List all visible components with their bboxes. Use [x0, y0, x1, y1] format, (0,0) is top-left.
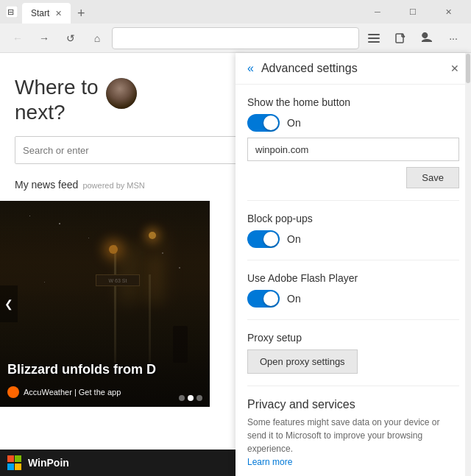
- browser-chrome: ⊟ Start ✕ + ─ ☐ ✕ ← → ↺ ⌂: [0, 0, 471, 53]
- news-source-icon: [7, 386, 19, 398]
- news-powered-by: powered by MSN: [82, 181, 144, 190]
- news-source: AccuWeather | Get the app: [7, 386, 121, 398]
- panel-scrollbar-thumb: [466, 54, 470, 83]
- toolbar: ← → ↺ ⌂ ···: [0, 24, 471, 53]
- block-popups-toggle-row: On: [247, 230, 459, 248]
- home-button-url-input[interactable]: [247, 138, 459, 161]
- close-button[interactable]: ✕: [431, 0, 465, 24]
- svg-rect-4: [368, 41, 380, 43]
- news-caption: Blizzard unfolds from D: [7, 362, 202, 377]
- flash-toggle[interactable]: [247, 290, 280, 308]
- block-popups-on-label: On: [287, 233, 301, 245]
- privacy-section: Privacy and services Some features might…: [247, 398, 459, 469]
- home-button-toggle[interactable]: [247, 114, 280, 132]
- where-to-line1: Where to: [15, 75, 99, 100]
- block-popups-toggle[interactable]: [247, 230, 280, 248]
- settings-close-button[interactable]: ✕: [450, 63, 459, 74]
- news-header: My news feed: [15, 179, 78, 191]
- window-controls: ─ ☐ ✕: [361, 0, 465, 24]
- flash-toggle-row: On: [247, 290, 459, 308]
- settings-body: Show the home button On Save Block pop-u…: [236, 85, 471, 476]
- dot-1[interactable]: [179, 395, 185, 401]
- news-source-text: AccuWeather | Get the app: [24, 388, 121, 397]
- winpoin-text: WinPoin: [28, 457, 69, 469]
- hub-button[interactable]: [362, 26, 386, 50]
- where-to-line2: next?: [15, 100, 99, 125]
- news-image: W 63 St Blizzard unfolds from D AccuWeat…: [0, 201, 210, 407]
- restore-button[interactable]: ☐: [396, 0, 430, 24]
- back-button[interactable]: ←: [6, 26, 29, 50]
- home-button-setting: Show the home button On Save: [247, 96, 459, 188]
- home-button-label: Show the home button: [247, 96, 459, 108]
- block-popups-toggle-knob: [263, 232, 278, 246]
- avatar-image: [106, 78, 137, 109]
- settings-back-button[interactable]: «: [247, 62, 254, 75]
- block-popups-label: Block pop-ups: [247, 213, 459, 224]
- home-button[interactable]: ⌂: [85, 26, 109, 50]
- avatar[interactable]: [106, 78, 137, 109]
- save-button[interactable]: Save: [406, 167, 459, 188]
- tab-close-button[interactable]: ✕: [55, 9, 62, 18]
- settings-panel: « Advanced settings ✕ Show the home butt…: [236, 53, 471, 476]
- divider-3: [247, 319, 459, 320]
- proxy-label: Proxy setup: [247, 332, 459, 344]
- prev-button[interactable]: ❮: [0, 285, 18, 322]
- refresh-button[interactable]: ↺: [59, 26, 82, 50]
- title-bar: ⊟ Start ✕ + ─ ☐ ✕: [0, 0, 471, 24]
- svg-text:⊟: ⊟: [7, 7, 14, 16]
- open-proxy-button[interactable]: Open proxy settings: [247, 349, 358, 374]
- divider-1: [247, 200, 459, 201]
- browser-icon: ⊟: [6, 6, 18, 18]
- settings-title: Advanced settings: [261, 62, 443, 75]
- new-tab-button[interactable]: +: [71, 3, 91, 24]
- address-bar[interactable]: [112, 27, 359, 49]
- flash-toggle-knob: [263, 291, 278, 306]
- winpoin-logo: [7, 455, 22, 470]
- dot-2[interactable]: [188, 395, 194, 401]
- panel-scrollbar[interactable]: [465, 53, 471, 476]
- proxy-setting: Proxy setup Open proxy settings: [247, 332, 459, 374]
- learn-more-link[interactable]: Learn more: [247, 457, 292, 467]
- flash-label: Use Adobe Flash Player: [247, 272, 459, 284]
- home-button-toggle-row: On: [247, 114, 459, 132]
- block-popups-setting: Block pop-ups On: [247, 213, 459, 248]
- main-area: Where to next? → My news feed powered by…: [0, 53, 471, 476]
- divider-2: [247, 260, 459, 260]
- nav-dots: [179, 395, 202, 401]
- privacy-title: Privacy and services: [247, 398, 459, 411]
- forward-button[interactable]: →: [32, 26, 56, 50]
- minimize-button[interactable]: ─: [361, 0, 394, 24]
- dot-3[interactable]: [196, 395, 202, 401]
- divider-4: [247, 386, 459, 386]
- flash-setting: Use Adobe Flash Player On: [247, 272, 459, 308]
- svg-rect-3: [368, 38, 380, 39]
- browser-tab[interactable]: Start ✕: [22, 3, 71, 24]
- flash-on-label: On: [287, 293, 301, 305]
- home-button-on-label: On: [287, 117, 301, 129]
- svg-rect-2: [368, 34, 380, 35]
- home-button-toggle-knob: [263, 116, 278, 130]
- tab-title: Start: [31, 8, 49, 18]
- more-button[interactable]: ···: [442, 26, 465, 50]
- share-button[interactable]: [415, 26, 439, 50]
- settings-header: « Advanced settings ✕: [236, 53, 471, 85]
- privacy-desc: Some features might save data on your de…: [247, 416, 459, 469]
- web-notes-button[interactable]: [389, 26, 412, 50]
